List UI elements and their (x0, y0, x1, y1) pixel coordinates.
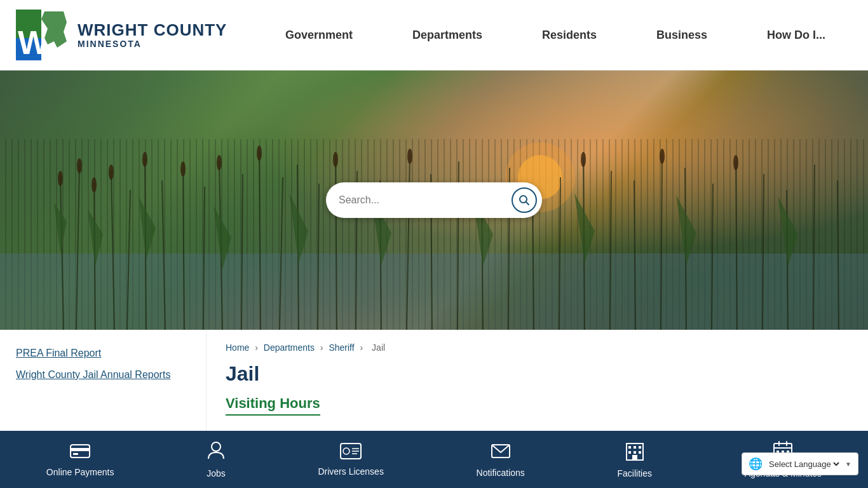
search-container (326, 182, 542, 218)
svg-rect-84 (634, 451, 636, 454)
svg-rect-85 (639, 451, 641, 454)
notifications-icon (491, 442, 510, 465)
svg-marker-59 (139, 196, 156, 260)
logo-title: WRIGHT COUNTY (78, 21, 227, 39)
nav-item-residents[interactable]: Residents (532, 22, 606, 48)
svg-point-49 (180, 161, 186, 177)
footer-label-drivers-licenses: Drivers Licenses (318, 466, 383, 477)
svg-point-48 (142, 152, 147, 167)
svg-point-53 (407, 149, 412, 164)
svg-point-45 (77, 158, 82, 173)
svg-point-55 (660, 149, 665, 164)
section-title: Visiting Hours (226, 395, 320, 416)
svg-marker-64 (574, 193, 595, 263)
svg-point-51 (257, 146, 262, 161)
online-payments-icon (70, 442, 90, 464)
content-area: PREA Final Report Wright County Jail Ann… (0, 330, 868, 431)
drivers-license-icon (340, 443, 362, 464)
footer-item-drivers-licenses[interactable]: Drivers Licenses (305, 443, 396, 477)
id-card-icon (340, 443, 362, 459)
nav-item-departments[interactable]: Departments (403, 22, 492, 48)
language-select[interactable]: Select Language (766, 459, 841, 470)
svg-text:W: W (18, 24, 50, 61)
svg-point-56 (733, 155, 738, 170)
nav-item-how-do-i[interactable]: How Do I... (757, 22, 835, 48)
translate-globe-icon: 🌐 (749, 457, 763, 471)
svg-point-46 (92, 177, 97, 193)
breadcrumb-sep-2: › (320, 342, 326, 353)
nav-item-business[interactable]: Business (647, 22, 717, 48)
svg-rect-81 (634, 446, 636, 449)
sidebar-link-prea[interactable]: PREA Final Report (16, 342, 190, 364)
logo-subtitle: MINNESOTA (78, 39, 227, 49)
search-input[interactable] (339, 194, 512, 206)
nav-item-government[interactable]: Government (276, 22, 362, 48)
building-icon (625, 441, 644, 461)
svg-point-44 (58, 171, 63, 186)
svg-rect-71 (73, 453, 78, 455)
breadcrumb-departments[interactable]: Departments (264, 342, 315, 353)
hero-vegetation (0, 126, 868, 330)
breadcrumb-current: Jail (372, 342, 385, 353)
logo-text: WRIGHT COUNTY MINNESOTA (78, 21, 227, 50)
svg-point-72 (212, 442, 220, 451)
footer-item-jobs[interactable]: Jobs (194, 441, 238, 478)
svg-point-54 (581, 152, 586, 167)
search-button[interactable] (512, 187, 537, 213)
svg-marker-61 (289, 193, 308, 263)
footer-label-notifications: Notifications (477, 468, 525, 478)
translate-widget[interactable]: 🌐 Select Language ▼ (742, 452, 858, 475)
breadcrumb-sep-3: › (360, 342, 366, 353)
sidebar-link-annual-reports[interactable]: Wright County Jail Annual Reports (16, 364, 190, 386)
svg-rect-82 (639, 446, 641, 449)
logo-area: W WRIGHT COUNTY MINNESOTA (13, 6, 255, 64)
credit-card-icon (70, 442, 90, 460)
header: W WRIGHT COUNTY MINNESOTA Government Dep… (0, 0, 868, 71)
footer-item-online-payments[interactable]: Online Payments (34, 442, 127, 477)
footer-label-facilities: Facilities (618, 468, 652, 478)
person-icon (207, 441, 225, 461)
search-box (326, 182, 542, 218)
search-icon (519, 194, 530, 206)
svg-rect-86 (632, 455, 637, 460)
svg-rect-80 (628, 446, 631, 449)
breadcrumb-sheriff[interactable]: Sheriff (329, 342, 354, 353)
svg-rect-83 (628, 451, 631, 454)
site-logo-icon[interactable]: W (13, 6, 70, 64)
svg-rect-70 (71, 448, 90, 451)
svg-rect-5 (0, 254, 868, 330)
svg-line-68 (526, 202, 529, 205)
breadcrumb: Home › Departments › Sheriff › Jail (226, 342, 849, 353)
jobs-icon (207, 441, 225, 466)
svg-marker-57 (54, 203, 67, 254)
translate-chevron-icon: ▼ (845, 461, 851, 468)
svg-point-52 (333, 152, 338, 167)
breadcrumb-sep-1: › (255, 342, 261, 353)
facilities-icon (625, 441, 644, 466)
footer-label-online-payments: Online Payments (46, 467, 114, 477)
main-content: Home › Departments › Sheriff › Jail Jail… (207, 330, 868, 431)
hero-section (0, 71, 868, 330)
breadcrumb-home[interactable]: Home (226, 342, 249, 353)
footer-item-facilities[interactable]: Facilities (605, 441, 665, 478)
svg-point-74 (343, 448, 349, 454)
footer-label-jobs: Jobs (207, 468, 226, 478)
main-nav: Government Departments Residents Busines… (255, 22, 855, 48)
envelope-icon (491, 442, 510, 461)
sidebar: PREA Final Report Wright County Jail Ann… (0, 330, 207, 431)
footer-nav: Online Payments Jobs Drivers Licenses (0, 431, 868, 488)
svg-point-47 (109, 165, 114, 180)
footer-item-notifications[interactable]: Notifications (464, 442, 538, 478)
page-title: Jail (226, 362, 849, 386)
svg-point-50 (217, 155, 222, 170)
